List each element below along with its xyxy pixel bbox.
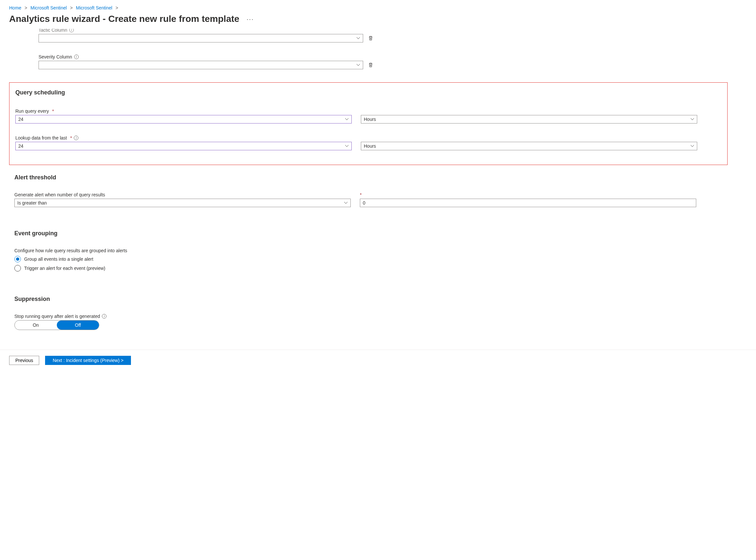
grouping-option-single-label: Group all events into a single alert — [24, 257, 94, 262]
severity-column-dropdown[interactable] — [39, 61, 363, 69]
breadcrumb-sep: > — [114, 5, 120, 11]
chevron-down-icon — [345, 117, 349, 121]
required-asterisk: * — [360, 192, 362, 197]
more-actions-button[interactable]: ··· — [247, 16, 254, 22]
lookup-data-value-dropdown[interactable]: 24 — [15, 142, 352, 150]
breadcrumb-home[interactable]: Home — [9, 5, 21, 11]
info-icon[interactable]: i — [102, 314, 106, 319]
chevron-down-icon — [690, 117, 694, 121]
radio-icon — [14, 256, 21, 262]
breadcrumb-sentinel-1[interactable]: Microsoft Sentinel — [30, 5, 67, 11]
tactic-column-dropdown[interactable] — [39, 34, 363, 42]
chevron-down-icon — [356, 36, 360, 40]
chevron-down-icon — [344, 201, 348, 205]
run-query-every-value: 24 — [18, 117, 23, 122]
suppression-heading: Suppression — [14, 296, 747, 309]
breadcrumb-sep: > — [22, 5, 29, 11]
chevron-down-icon — [345, 144, 349, 148]
alert-threshold-label: Generate alert when number of query resu… — [14, 192, 105, 197]
run-query-every-unit: Hours — [364, 117, 376, 122]
suppression-toggle[interactable]: On Off — [14, 320, 99, 330]
run-query-every-label: Run query every — [15, 108, 49, 114]
lookup-data-value: 24 — [18, 143, 23, 149]
delete-tactic-column-button[interactable] — [368, 35, 373, 41]
suppression-label: Stop running query after alert is genera… — [14, 314, 100, 319]
event-grouping-label: Configure how rule query results are gro… — [14, 248, 127, 253]
breadcrumb-sentinel-2[interactable]: Microsoft Sentinel — [76, 5, 113, 11]
threshold-operator-dropdown[interactable]: Is greater than — [14, 199, 351, 207]
lookup-data-unit: Hours — [364, 143, 376, 149]
query-scheduling-section: Query scheduling Run query every * 24 Ho… — [9, 82, 728, 165]
breadcrumb-sep: > — [68, 5, 75, 11]
threshold-operator-value: Is greater than — [17, 200, 47, 205]
chevron-down-icon — [356, 63, 360, 67]
info-icon[interactable]: i — [74, 136, 78, 140]
run-query-every-unit-dropdown[interactable]: Hours — [361, 115, 697, 123]
previous-button[interactable]: Previous — [9, 356, 39, 365]
query-scheduling-heading: Query scheduling — [15, 89, 721, 103]
threshold-value-input[interactable]: 0 — [360, 199, 696, 207]
tactic-column-label: Tactic Column — [39, 27, 67, 33]
lookup-data-label: Lookup data from the last — [15, 135, 67, 140]
event-grouping-heading: Event grouping — [14, 230, 747, 243]
suppression-toggle-on[interactable]: On — [15, 321, 57, 330]
lookup-data-unit-dropdown[interactable]: Hours — [361, 142, 697, 150]
alert-threshold-heading: Alert threshold — [14, 174, 747, 187]
page-title: Analytics rule wizard - Create new rule … — [9, 14, 239, 24]
grouping-option-each-label: Trigger an alert for each event (preview… — [24, 266, 105, 271]
suppression-toggle-off[interactable]: Off — [57, 321, 99, 330]
threshold-value: 0 — [363, 200, 365, 205]
delete-severity-column-button[interactable] — [368, 62, 373, 68]
breadcrumb: Home > Microsoft Sentinel > Microsoft Se… — [9, 3, 747, 14]
run-query-every-value-dropdown[interactable]: 24 — [15, 115, 352, 123]
grouping-option-single[interactable]: Group all events into a single alert — [14, 255, 747, 264]
severity-column-label: Severity Column — [39, 54, 72, 59]
grouping-option-each[interactable]: Trigger an alert for each event (preview… — [14, 264, 747, 273]
info-icon[interactable]: i — [69, 28, 74, 32]
required-asterisk: * — [51, 108, 54, 114]
wizard-footer: Previous Next : Incident settings (Previ… — [0, 349, 756, 371]
chevron-down-icon — [690, 144, 694, 148]
required-asterisk: * — [69, 135, 72, 140]
next-button[interactable]: Next : Incident settings (Preview) > — [45, 356, 131, 365]
info-icon[interactable]: i — [74, 55, 79, 59]
radio-icon — [14, 265, 21, 272]
